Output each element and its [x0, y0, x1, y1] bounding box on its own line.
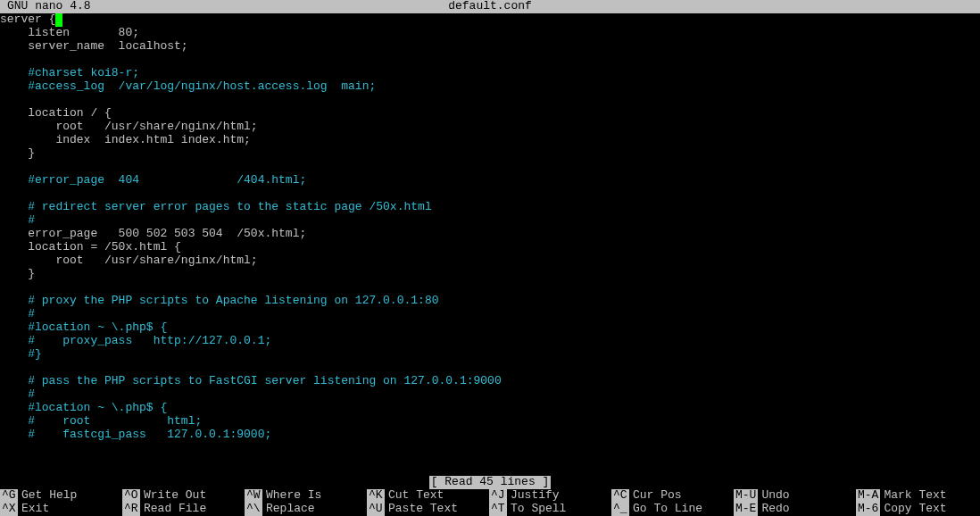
help-item[interactable]: ^RRead File [122, 503, 245, 516]
help-key: ^C [611, 489, 629, 503]
help-item[interactable]: ^XExit [0, 503, 122, 516]
editor-line[interactable]: root /usr/share/nginx/html; [0, 121, 980, 134]
line-text: #error_page 404 /404.html; [0, 173, 306, 187]
filename: default.conf [448, 0, 532, 13]
editor-line[interactable]: index index.html index.htm; [0, 134, 980, 147]
line-text: #access_log /var/log/nginx/host.access.l… [0, 79, 376, 93]
help-item[interactable]: M-UUndo [734, 489, 856, 503]
status-badge: [ Read 45 lines ] [429, 476, 552, 489]
editor-line[interactable] [0, 161, 980, 174]
editor-line[interactable] [0, 54, 980, 67]
help-label: Paste Text [388, 503, 458, 516]
editor-line[interactable] [0, 281, 980, 295]
line-text: # pass the PHP scripts to FastCGI server… [0, 374, 502, 387]
line-text: # [0, 213, 35, 227]
help-key: ^\ [245, 503, 262, 516]
editor-area[interactable]: server { listen 80; server_name localhos… [0, 13, 980, 442]
status-line: [ Read 45 lines ] [0, 476, 980, 489]
editor-line[interactable]: location / { [0, 107, 980, 121]
help-key: M-E [734, 503, 758, 516]
editor-line[interactable]: server_name localhost; [0, 40, 980, 54]
help-key: ^R [122, 503, 140, 516]
editor-line[interactable]: # [0, 214, 980, 228]
line-text: # fastcgi_pass 127.0.0.1:9000; [0, 428, 271, 441]
editor-line[interactable]: server { [0, 13, 980, 27]
cursor [55, 13, 62, 27]
editor-line[interactable]: location = /50x.html { [0, 241, 980, 254]
editor-line[interactable]: listen 80; [0, 27, 980, 40]
editor-line[interactable]: # proxy the PHP scripts to Apache listen… [0, 295, 980, 308]
help-label: To Spell [511, 503, 566, 516]
help-label: Redo [761, 503, 789, 516]
line-text: server_name localhost; [0, 39, 188, 53]
help-item[interactable]: ^TTo Spell [489, 503, 611, 516]
help-key: M-U [734, 489, 758, 503]
help-key: ^J [489, 489, 507, 503]
line-text: # redirect server error pages to the sta… [0, 200, 432, 213]
help-row-1: ^GGet Help^OWrite Out^WWhere Is^KCut Tex… [0, 489, 980, 503]
line-text: listen 80; [0, 26, 139, 39]
editor-line[interactable]: } [0, 147, 980, 161]
help-item[interactable]: ^KCut Text [367, 489, 489, 503]
help-item[interactable]: ^GGet Help [0, 489, 122, 503]
help-item[interactable]: ^_Go To Line [611, 503, 734, 516]
help-item[interactable]: ^JJustify [489, 489, 611, 503]
editor-line[interactable]: # root html; [0, 415, 980, 429]
editor-line[interactable]: #location ~ \.php$ { [0, 402, 980, 415]
editor-line[interactable]: #charset koi8-r; [0, 67, 980, 80]
editor-line[interactable]: #error_page 404 /404.html; [0, 174, 980, 187]
help-key: ^G [0, 489, 18, 503]
line-text: root /usr/share/nginx/html; [0, 254, 258, 267]
editor-line[interactable]: root /usr/share/nginx/html; [0, 254, 980, 268]
help-label: Copy Text [884, 503, 946, 516]
help-item[interactable]: ^UPaste Text [367, 503, 489, 516]
line-text: root /usr/share/nginx/html; [0, 120, 258, 133]
help-label: Cur Pos [633, 489, 682, 503]
editor-line[interactable]: } [0, 268, 980, 281]
help-item[interactable]: M-AMark Text [856, 489, 978, 503]
help-label: Read File [144, 503, 206, 516]
editor-line[interactable] [0, 187, 980, 201]
help-key: ^X [0, 503, 18, 516]
line-text: # root html; [0, 414, 202, 428]
editor-line[interactable]: error_page 500 502 503 504 /50x.html; [0, 228, 980, 241]
line-text: # [0, 307, 35, 320]
line-text: #} [0, 347, 42, 361]
help-label: Get Help [21, 489, 77, 503]
editor-line[interactable]: # [0, 308, 980, 321]
editor-line[interactable]: # [0, 388, 980, 402]
help-label: Write Out [144, 489, 206, 503]
editor-line[interactable] [0, 94, 980, 107]
line-text: # proxy the PHP scripts to Apache listen… [0, 294, 438, 307]
help-bar: ^GGet Help^OWrite Out^WWhere Is^KCut Tex… [0, 489, 980, 516]
help-key: M-A [856, 489, 880, 503]
help-item[interactable]: ^WWhere Is [245, 489, 367, 503]
help-item[interactable]: M-ERedo [734, 503, 856, 516]
line-text: # [0, 387, 35, 401]
editor-line[interactable] [0, 362, 980, 375]
help-key: ^T [489, 503, 507, 516]
titlebar: GNU nano 4.8 default.conf [0, 0, 980, 13]
help-row-2: ^XExit^RRead File^\Replace^UPaste Text^T… [0, 503, 980, 516]
help-label: Mark Text [884, 489, 946, 503]
line-text: location = /50x.html { [0, 240, 181, 254]
help-item[interactable]: ^\Replace [245, 503, 367, 516]
editor-line[interactable]: # pass the PHP scripts to FastCGI server… [0, 375, 980, 388]
help-key: M-6 [856, 503, 880, 516]
line-text: location / { [0, 106, 112, 120]
help-item[interactable]: ^CCur Pos [611, 489, 734, 503]
editor-line[interactable]: # redirect server error pages to the sta… [0, 201, 980, 214]
editor-line[interactable]: # fastcgi_pass 127.0.0.1:9000; [0, 429, 980, 442]
line-text: } [0, 267, 35, 280]
help-item[interactable]: M-6Copy Text [856, 503, 978, 516]
editor-line[interactable]: #} [0, 348, 980, 362]
help-key: ^_ [611, 503, 629, 516]
help-key: ^O [122, 489, 140, 503]
editor-line[interactable]: #access_log /var/log/nginx/host.access.l… [0, 80, 980, 94]
help-item[interactable]: ^OWrite Out [122, 489, 245, 503]
help-label: Cut Text [388, 489, 444, 503]
help-key: ^W [245, 489, 262, 503]
editor-line[interactable]: # proxy_pass http://127.0.0.1; [0, 335, 980, 348]
app-name: GNU nano 4.8 [7, 0, 91, 13]
editor-line[interactable]: #location ~ \.php$ { [0, 321, 980, 335]
